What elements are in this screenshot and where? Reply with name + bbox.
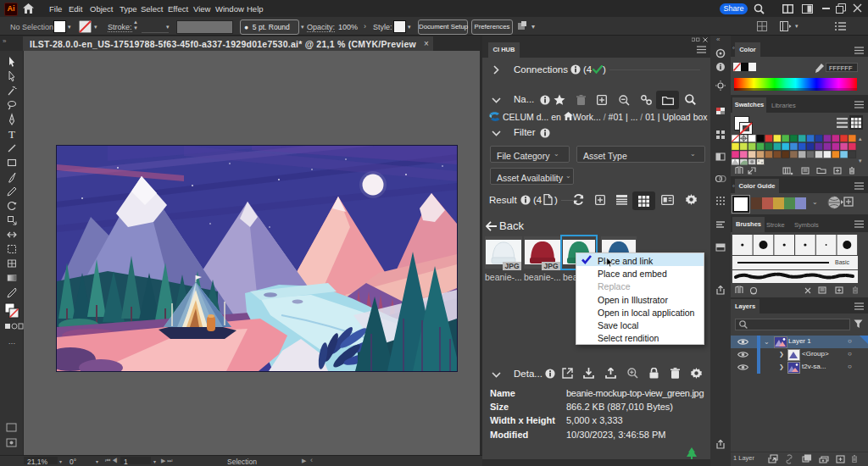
svg-text:T: T — [8, 128, 15, 141]
svg-text:…: … — [8, 337, 16, 346]
